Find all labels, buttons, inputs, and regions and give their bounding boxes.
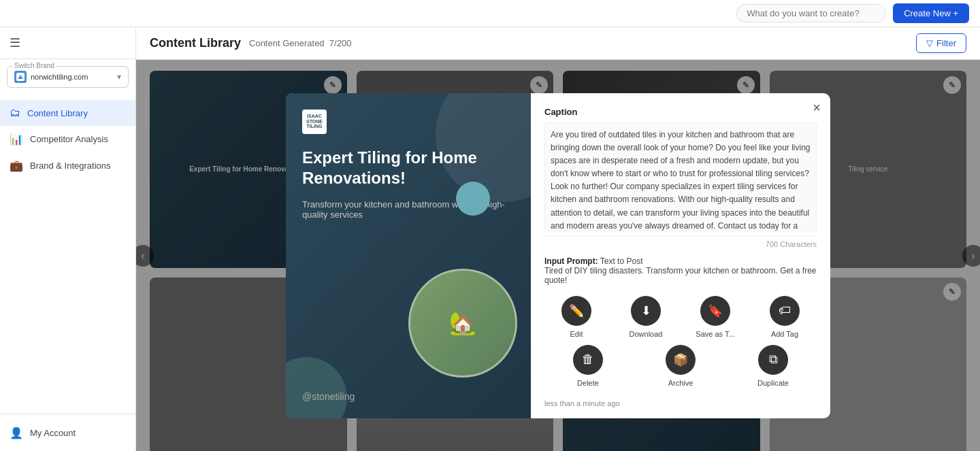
topbar-left: Content Library Content Generated 7/200 xyxy=(150,36,351,50)
save-template-label: Save as T... xyxy=(696,330,734,338)
download-label: Download xyxy=(630,330,663,338)
create-new-button[interactable]: Create New + xyxy=(893,3,969,23)
duplicate-icon: ⧉ xyxy=(758,345,788,375)
timestamp: less than a minute ago xyxy=(544,399,817,407)
sidebar-item-brand-integrations[interactable]: 💼 Brand & Integrations xyxy=(0,152,135,179)
content-area: Expert Tiling for Home Renovations! ✎ 🏠 … xyxy=(136,60,980,451)
page-title: Content Library xyxy=(150,36,241,50)
edit-icon: ✏️ xyxy=(561,296,591,326)
sidebar-item-content-library[interactable]: 🗂 Content Library xyxy=(0,100,135,126)
download-button[interactable]: ⬇ Download xyxy=(614,296,678,338)
main-content: Content Library Content Generated 7/200 … xyxy=(136,27,980,451)
filter-button[interactable]: ▽ Filter xyxy=(916,33,966,53)
modal-overlay[interactable]: × ISAACSTONETILING Expert Tiling for Hom… xyxy=(136,60,980,451)
sidebar-item-label: My Account xyxy=(30,428,76,438)
edit-button[interactable]: ✏️ Edit xyxy=(544,296,608,338)
modal: × ISAACSTONETILING Expert Tiling for Hom… xyxy=(286,93,830,418)
add-tag-icon: 🏷 xyxy=(770,296,800,326)
caption-label: Caption xyxy=(544,107,817,117)
logo-icon: ISAACSTONETILING xyxy=(302,110,327,134)
input-prompt: Input Prompt: Text to Post Tired of DIY … xyxy=(544,256,817,285)
add-tag-label: Add Tag xyxy=(771,330,798,338)
delete-icon: 🗑 xyxy=(573,345,603,375)
chevron-down-icon: ▾ xyxy=(117,72,121,82)
download-icon: ⬇ xyxy=(631,296,661,326)
sidebar-item-language[interactable]: 🌐 English ▾ xyxy=(0,446,135,451)
archive-icon: 📦 xyxy=(666,345,696,375)
prompt-text: Tired of DIY tiling disasters. Transform… xyxy=(544,266,817,285)
sidebar: ☰ Switch Brand norwichtiling.com ▾ 🗂 Con… xyxy=(0,27,136,451)
edit-label: Edit xyxy=(570,330,583,338)
hamburger-icon: ☰ xyxy=(10,35,20,50)
brand-domain: norwichtiling.com xyxy=(31,73,113,81)
close-button[interactable]: × xyxy=(813,100,821,116)
duplicate-label: Duplicate xyxy=(757,379,789,387)
sidebar-bottom: 👤 My Account 🌐 English ▾ xyxy=(0,414,135,451)
topbar: Content Library Content Generated 7/200 … xyxy=(136,27,980,60)
brand-switcher[interactable]: Switch Brand norwichtiling.com ▾ xyxy=(7,66,129,88)
delete-label: Delete xyxy=(577,379,599,387)
sidebar-item-my-account[interactable]: 👤 My Account xyxy=(0,420,135,446)
content-count: Content Generated 7/200 xyxy=(249,38,351,48)
save-template-icon: 🔖 xyxy=(700,296,730,326)
archive-button[interactable]: 📦 Archive xyxy=(637,345,724,387)
sidebar-item-competitor-analysis[interactable]: 📊 Competitor Analysis xyxy=(0,126,135,152)
action-buttons-row1: ✏️ Edit ⬇ Download 🔖 Save as T... 🏷 xyxy=(544,296,817,338)
caption-scroll[interactable]: Are you tired of outdated tiles in your … xyxy=(544,122,817,231)
filter-icon: ▽ xyxy=(926,38,933,48)
prompt-type: Text to Post xyxy=(600,256,643,266)
action-buttons-row2: 🗑 Delete 📦 Archive ⧉ Duplicate xyxy=(544,345,817,392)
save-as-template-button[interactable]: 🔖 Save as T... xyxy=(683,296,747,338)
caption-text: Are you tired of outdated tiles in your … xyxy=(551,129,811,231)
brand-icon xyxy=(14,71,27,83)
content-library-icon: 🗂 xyxy=(10,107,20,119)
post-handle: @stonetiling xyxy=(302,391,355,402)
hamburger-menu[interactable]: ☰ xyxy=(0,27,135,59)
modal-post-preview: ISAACSTONETILING Expert Tiling for Home … xyxy=(286,93,531,418)
room-image: 🏡 xyxy=(408,269,517,378)
add-tag-button[interactable]: 🏷 Add Tag xyxy=(753,296,817,338)
sidebar-item-label: Competitor Analysis xyxy=(30,134,108,144)
sidebar-item-label: Brand & Integrations xyxy=(30,161,111,171)
decorative-circle-small xyxy=(456,182,490,216)
duplicate-button[interactable]: ⧉ Duplicate xyxy=(730,345,817,387)
account-icon: 👤 xyxy=(10,427,23,439)
delete-button[interactable]: 🗑 Delete xyxy=(544,345,632,387)
competitor-analysis-icon: 📊 xyxy=(10,133,23,146)
archive-label: Archive xyxy=(668,379,693,387)
switch-brand-label: Switch Brand xyxy=(13,62,56,69)
modal-right-panel: Caption Are you tired of outdated tiles … xyxy=(531,93,830,418)
search-input[interactable] xyxy=(736,4,886,22)
sidebar-item-label: Content Library xyxy=(27,108,88,118)
char-count: 700 Characters xyxy=(544,235,817,248)
nav-items: 🗂 Content Library 📊 Competitor Analysis … xyxy=(0,95,135,414)
brand-integrations-icon: 💼 xyxy=(10,159,23,172)
decorative-circle-bottom xyxy=(286,357,347,418)
